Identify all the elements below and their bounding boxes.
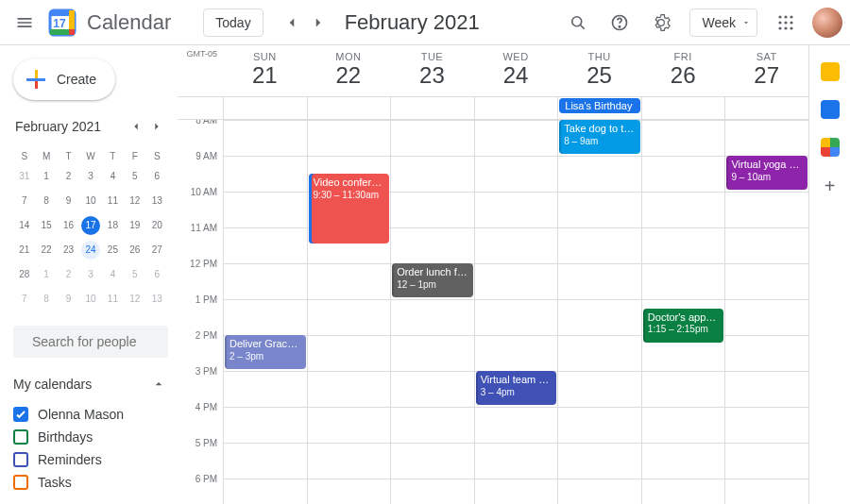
allday-cell[interactable] (307, 97, 391, 119)
mini-day[interactable]: 8 (37, 290, 56, 309)
day-column[interactable]: Doctor's appointment1:15 – 2:15pm (641, 120, 725, 504)
event[interactable]: Order lunch for office12 – 1pm (392, 263, 473, 297)
day-column[interactable]: Virtual team meeting3 – 4pm (474, 120, 558, 504)
mini-next-icon[interactable] (147, 117, 166, 136)
day-header[interactable]: WED24 (474, 45, 558, 96)
mini-day[interactable]: 20 (147, 216, 166, 235)
mini-day[interactable]: 21 (15, 241, 34, 260)
calendar-item[interactable]: Reminders (13, 452, 168, 467)
create-button[interactable]: Create (13, 59, 115, 100)
mini-day[interactable]: 2 (60, 167, 78, 186)
mini-day[interactable]: 4 (103, 265, 122, 284)
calendar-item[interactable]: Olenna Mason (13, 407, 168, 422)
mini-prev-icon[interactable] (127, 117, 145, 136)
keep-icon[interactable] (821, 62, 840, 81)
mini-day[interactable]: 1 (37, 167, 56, 186)
mini-day[interactable]: 25 (103, 241, 122, 260)
prev-week-icon[interactable] (279, 9, 305, 36)
mini-day[interactable]: 15 (37, 216, 56, 235)
allday-cell[interactable] (223, 97, 307, 119)
event[interactable]: Video conference9:30 – 11:30am (309, 174, 390, 244)
mini-day[interactable]: 7 (15, 290, 34, 309)
search-people[interactable] (13, 326, 168, 358)
allday-cell[interactable] (474, 97, 558, 119)
help-icon[interactable] (601, 4, 638, 42)
mini-day[interactable]: 28 (15, 265, 34, 284)
mini-day[interactable]: 18 (103, 216, 122, 235)
allday-cell[interactable] (641, 97, 725, 119)
view-selector[interactable]: Week (689, 8, 757, 37)
mini-day[interactable]: 1 (37, 265, 56, 284)
day-header[interactable]: MON22 (307, 45, 391, 96)
checkbox-icon[interactable] (13, 475, 28, 490)
day-header[interactable]: SAT27 (724, 45, 808, 96)
mini-day[interactable]: 6 (147, 265, 166, 284)
mini-day[interactable]: 24 (81, 241, 100, 260)
day-column[interactable]: Order lunch for office12 – 1pm (390, 120, 474, 504)
event[interactable]: Take dog to the vet8 – 9am (559, 120, 640, 154)
calendar-item[interactable]: Birthdays (13, 429, 168, 445)
mini-day[interactable]: 7 (15, 192, 34, 210)
mini-day[interactable]: 5 (126, 167, 144, 186)
mini-day[interactable]: 8 (37, 192, 56, 210)
mini-day[interactable]: 9 (60, 192, 78, 210)
search-people-input[interactable] (32, 334, 197, 349)
settings-icon[interactable] (642, 4, 680, 42)
mini-day[interactable]: 17 (81, 216, 100, 235)
mini-day[interactable]: 10 (81, 192, 100, 210)
day-header[interactable]: FRI26 (641, 45, 725, 96)
next-week-icon[interactable] (305, 9, 332, 36)
time-grid[interactable]: 8 AM9 AM10 AM11 AM12 PM1 PM2 PM3 PM4 PM5… (178, 120, 808, 504)
account-avatar[interactable] (812, 8, 842, 38)
mini-day[interactable]: 2 (60, 265, 78, 284)
add-addon-icon[interactable]: + (824, 176, 836, 197)
mini-day[interactable]: 11 (103, 192, 122, 210)
mini-day[interactable]: 23 (60, 241, 78, 260)
mini-day[interactable]: 19 (126, 216, 144, 235)
mini-day[interactable]: 11 (103, 290, 122, 309)
day-column[interactable]: Video conference9:30 – 11:30am (307, 120, 391, 504)
event[interactable]: Deliver Grace's gift2 – 3pm (225, 335, 306, 369)
checkbox-icon[interactable] (13, 429, 28, 445)
day-header[interactable]: THU25 (557, 45, 641, 96)
mini-day[interactable]: 13 (147, 290, 166, 309)
mini-day[interactable]: 5 (126, 265, 144, 284)
my-calendars-header[interactable]: My calendars (13, 377, 168, 392)
calendar-item[interactable]: Tasks (13, 475, 168, 490)
checkbox-icon[interactable] (13, 452, 28, 467)
day-column[interactable]: Deliver Grace's gift2 – 3pm (223, 120, 307, 504)
mini-day[interactable]: 10 (81, 290, 100, 309)
mini-day[interactable]: 12 (126, 290, 144, 309)
checkbox-icon[interactable] (13, 407, 28, 422)
mini-day[interactable]: 4 (103, 167, 122, 186)
mini-day[interactable]: 3 (81, 265, 100, 284)
allday-cell[interactable] (390, 97, 474, 119)
day-header[interactable]: TUE23 (390, 45, 474, 96)
mini-day[interactable]: 13 (147, 192, 166, 210)
day-column[interactable]: Take dog to the vet8 – 9am (557, 120, 641, 504)
search-icon[interactable] (559, 4, 597, 42)
mini-day[interactable]: 6 (147, 167, 166, 186)
tasks-icon[interactable] (821, 100, 840, 119)
menu-icon[interactable] (6, 4, 43, 42)
event[interactable]: Virtual team meeting3 – 4pm (476, 371, 557, 405)
day-header[interactable]: SUN21 (223, 45, 307, 96)
today-button[interactable]: Today (203, 8, 263, 37)
mini-day[interactable]: 14 (15, 216, 34, 235)
day-column[interactable]: Virtual yoga class9 – 10am (724, 120, 808, 504)
allday-event[interactable]: Lisa's Birthday (559, 98, 640, 113)
mini-day[interactable]: 27 (147, 241, 166, 260)
mini-day[interactable]: 12 (126, 192, 144, 210)
mini-day[interactable]: 26 (126, 241, 144, 260)
mini-day[interactable]: 3 (81, 167, 100, 186)
google-apps-icon[interactable] (767, 4, 805, 42)
mini-day[interactable]: 16 (60, 216, 78, 235)
event[interactable]: Virtual yoga class9 – 10am (726, 156, 808, 190)
event[interactable]: Doctor's appointment1:15 – 2:15pm (643, 309, 724, 343)
allday-cell[interactable]: Lisa's Birthday (557, 97, 641, 119)
maps-icon[interactable] (821, 138, 840, 157)
mini-day[interactable]: 31 (15, 167, 34, 186)
allday-cell[interactable] (724, 97, 808, 119)
mini-day[interactable]: 9 (60, 290, 78, 309)
mini-day[interactable]: 22 (37, 241, 56, 260)
